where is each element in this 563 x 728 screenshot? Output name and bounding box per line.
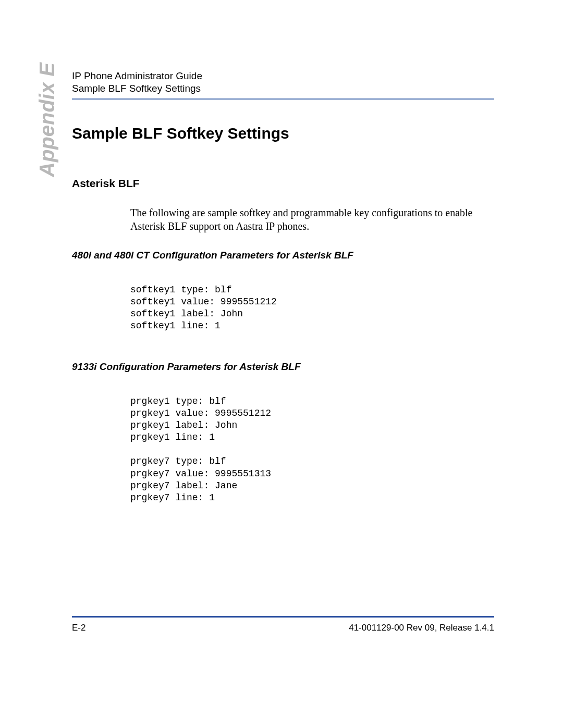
- header-section-title: Sample BLF Softkey Settings: [72, 83, 494, 94]
- section-heading-asterisk-blf: Asterisk BLF: [72, 177, 494, 190]
- page-title: Sample BLF Softkey Settings: [72, 125, 494, 142]
- footer-page-number: E-2: [72, 623, 85, 633]
- code-block-480i: softkey1 type: blf softkey1 value: 99955…: [130, 284, 494, 332]
- footer-divider: [72, 616, 494, 618]
- section-body-text: The following are sample softkey and pro…: [130, 206, 494, 233]
- header-guide-title: IP Phone Administrator Guide: [72, 70, 494, 82]
- header-divider: [72, 98, 494, 100]
- subsection-heading-480i: 480i and 480i CT Configuration Parameter…: [72, 250, 494, 261]
- code-block-9133i: prgkey1 type: blf prgkey1 value: 9995551…: [130, 396, 494, 503]
- appendix-sidebar-label: Appendix E: [35, 63, 59, 177]
- subsection-heading-9133i: 9133i Configuration Parameters for Aster…: [72, 361, 494, 373]
- footer-doc-info: 41-001129-00 Rev 09, Release 1.4.1: [349, 623, 494, 633]
